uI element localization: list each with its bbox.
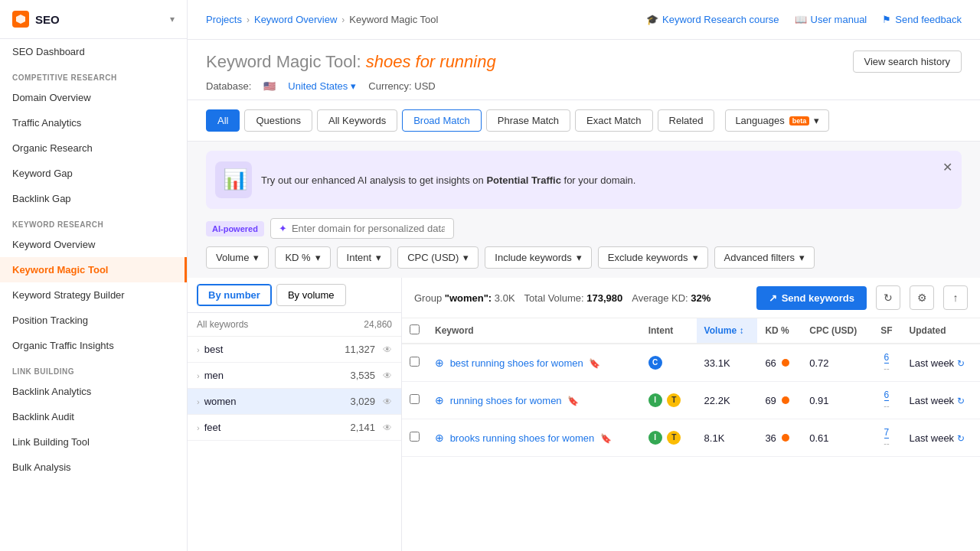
cpc-cell: 0.72 (802, 344, 871, 382)
sidebar-item-seo-dashboard[interactable]: SEO Dashboard (0, 39, 187, 64)
filter-tabs: All Questions All Keywords Broad Match P… (188, 100, 980, 142)
breadcrumb-projects[interactable]: Projects (206, 14, 242, 25)
topbar-links: 🎓 Keyword Research course 📖 User manual … (646, 14, 962, 25)
keyword-link[interactable]: brooks running shoes for women (450, 432, 595, 444)
tab-all-keywords[interactable]: All Keywords (317, 109, 397, 132)
sidebar-section-seo-dashboard: SEO Dashboard (0, 39, 187, 64)
topbar-link-feedback[interactable]: ⚑ Send feedback (882, 14, 962, 25)
sidebar-section-competitive: COMPETITIVE RESEARCH Domain Overview Tra… (0, 64, 187, 211)
view-history-button[interactable]: View search history (853, 51, 962, 73)
sidebar-item-link-building-tool[interactable]: Link Building Tool (0, 429, 187, 455)
add-icon[interactable]: ⊕ (435, 394, 444, 406)
row-checkbox[interactable] (410, 432, 420, 442)
sidebar-item-organic-research[interactable]: Organic Research (0, 135, 187, 161)
select-all-checkbox[interactable] (410, 324, 420, 334)
settings-icon: ⚙ (917, 292, 927, 304)
row-checkbox[interactable] (410, 394, 420, 404)
group-row-best[interactable]: › best 11,327 👁 (188, 337, 401, 363)
sidebar-item-keyword-magic-tool[interactable]: Keyword Magic Tool (0, 257, 187, 282)
kd-cell: 66 (757, 344, 802, 382)
sf-cell: 6 -- (871, 382, 901, 419)
sidebar-item-backlink-analytics[interactable]: Backlink Analytics (0, 379, 187, 404)
intent-filter[interactable]: Intent▾ (337, 246, 392, 269)
page-title-prefix: Keyword Magic Tool: (206, 52, 361, 71)
sidebar-logo[interactable]: SEO ▾ (0, 0, 187, 39)
sidebar-item-keyword-strategy-builder[interactable]: Keyword Strategy Builder (0, 282, 187, 308)
sidebar-item-domain-overview[interactable]: Domain Overview (0, 85, 187, 110)
table-body: ⊕ best running shoes for women 🔖 C 33.1K… (402, 344, 980, 457)
ai-powered-badge: AI-powered (206, 221, 264, 236)
cpc-filter[interactable]: CPC (USD)▾ (397, 246, 479, 269)
languages-dropdown[interactable]: Languages beta ▾ (725, 109, 829, 132)
advanced-filters[interactable]: Advanced filters▾ (714, 246, 815, 269)
eye-icon[interactable]: 👁 (383, 396, 392, 407)
eye-icon[interactable]: 👁 (383, 422, 392, 433)
sidebar-item-keyword-overview[interactable]: Keyword Overview (0, 232, 187, 257)
sf-value[interactable]: 6 (884, 390, 890, 401)
book-icon: 📖 (795, 14, 807, 25)
chevron-right-icon: › (197, 345, 200, 354)
results-header: Group "women": 3.0K Total Volume: 173,98… (402, 278, 980, 318)
bookmark-icon[interactable]: 🔖 (589, 358, 600, 369)
settings-button[interactable]: ⚙ (910, 285, 934, 310)
sidebar-item-position-tracking[interactable]: Position Tracking (0, 308, 187, 333)
sf-dash: -- (884, 439, 889, 448)
volume-filter[interactable]: Volume▾ (206, 246, 269, 269)
keyword-link[interactable]: best running shoes for women (450, 357, 583, 369)
send-keywords-button[interactable]: ↗ Send keywords (756, 286, 867, 310)
group-tab-by-number[interactable]: By number (197, 284, 272, 306)
eye-icon[interactable]: 👁 (383, 370, 392, 381)
tab-exact-match[interactable]: Exact Match (575, 109, 653, 132)
row-checkbox[interactable] (410, 357, 420, 367)
group-row-feet[interactable]: › feet 2,141 👁 (188, 415, 401, 441)
sidebar-item-keyword-gap[interactable]: Keyword Gap (0, 161, 187, 186)
ai-domain-row: AI-powered ✦ (188, 218, 980, 246)
database-value[interactable]: United States ▾ (288, 80, 356, 92)
export-button[interactable]: ↑ (943, 285, 968, 310)
domain-input[interactable] (292, 223, 445, 234)
include-keywords-filter[interactable]: Include keywords▾ (485, 246, 591, 269)
topbar-link-course[interactable]: 🎓 Keyword Research course (646, 14, 779, 25)
tab-phrase-match[interactable]: Phrase Match (486, 109, 570, 132)
group-row-men[interactable]: › men 3,535 👁 (188, 363, 401, 389)
topbar-link-feedback-label: Send feedback (895, 14, 962, 25)
header-volume[interactable]: Volume ↕ (697, 318, 758, 344)
add-icon[interactable]: ⊕ (435, 357, 444, 369)
groups-header-label: All keywords (197, 319, 248, 330)
sf-value[interactable]: 6 (884, 352, 890, 364)
domain-input-wrap[interactable]: ✦ (270, 218, 454, 239)
header-updated: Updated (902, 318, 980, 344)
banner-close-button[interactable]: ✕ (942, 160, 952, 174)
tab-related[interactable]: Related (658, 109, 715, 132)
add-icon[interactable]: ⊕ (435, 432, 444, 444)
exclude-keywords-filter[interactable]: Exclude keywords▾ (598, 246, 708, 269)
topbar-link-manual[interactable]: 📖 User manual (795, 14, 867, 25)
refresh-button[interactable]: ↻ (876, 285, 900, 310)
database-label: Database: (206, 80, 251, 92)
group-row-women[interactable]: › women 3,029 👁 (188, 389, 401, 415)
breadcrumb-keyword-overview[interactable]: Keyword Overview (254, 14, 337, 25)
avg-kd-info: Average KD: 32% (632, 292, 710, 304)
sidebar-item-backlink-audit[interactable]: Backlink Audit (0, 404, 187, 429)
sidebar-item-bulk-analysis[interactable]: Bulk Analysis (0, 455, 187, 480)
eye-icon[interactable]: 👁 (383, 344, 392, 355)
tab-all[interactable]: All (206, 109, 240, 132)
sf-value[interactable]: 7 (884, 427, 890, 439)
sidebar-item-backlink-gap[interactable]: Backlink Gap (0, 186, 187, 211)
tab-questions[interactable]: Questions (244, 109, 312, 132)
bookmark-icon[interactable]: 🔖 (600, 433, 612, 444)
topbar-link-manual-label: User manual (811, 14, 867, 25)
breadcrumb-current: Keyword Magic Tool (349, 14, 438, 25)
chevron-down-icon: ▾ (315, 252, 321, 263)
page-title: Keyword Magic Tool: shoes for running (206, 52, 496, 72)
table-row: ⊕ best running shoes for women 🔖 C 33.1K… (402, 344, 980, 382)
kd-filter[interactable]: KD %▾ (275, 246, 330, 269)
bookmark-icon[interactable]: 🔖 (567, 396, 579, 406)
tab-broad-match[interactable]: Broad Match (402, 109, 482, 132)
keyword-link[interactable]: running shoes for women (450, 395, 562, 406)
sf-cell: 6 -- (871, 344, 901, 382)
group-tab-by-volume[interactable]: By volume (276, 284, 346, 306)
sync-icon: ↻ (957, 433, 965, 444)
sidebar-item-organic-traffic-insights[interactable]: Organic Traffic Insights (0, 333, 187, 358)
sidebar-item-traffic-analytics[interactable]: Traffic Analytics (0, 110, 187, 135)
